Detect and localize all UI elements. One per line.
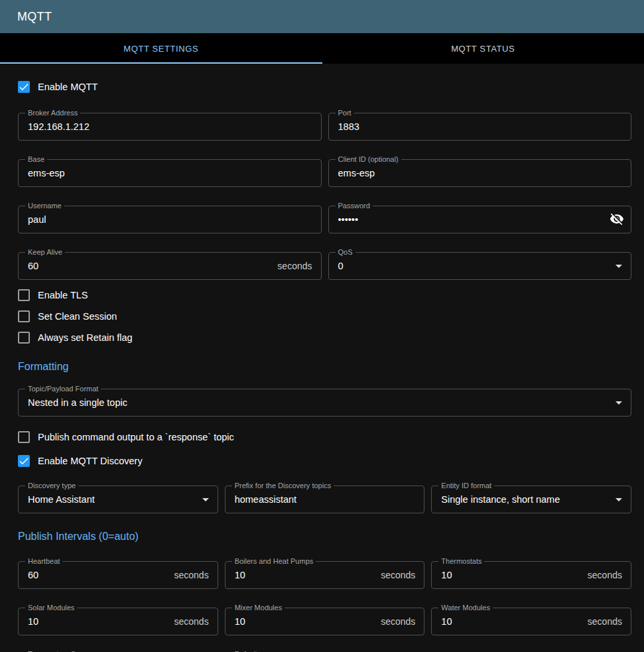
enable-discovery-checkbox[interactable]: Enable MQTT Discovery: [18, 455, 143, 467]
checkbox-label: Set Clean Session: [38, 311, 117, 322]
field-label: Base: [25, 155, 47, 164]
dropdown-arrow-icon: [611, 258, 631, 274]
field-label: Solar Modules: [25, 604, 77, 612]
checkbox-label: Always set Retain flag: [38, 332, 133, 343]
set-clean-session-checkbox[interactable]: Set Clean Session: [18, 310, 117, 322]
field-label: Entity ID format: [438, 482, 494, 490]
water-input[interactable]: [432, 616, 588, 627]
dropdown-arrow-icon: [611, 491, 631, 507]
interval-heartbeat-field[interactable]: Heartbeat seconds: [18, 561, 218, 589]
keep-alive-field[interactable]: Keep Alive seconds: [18, 252, 322, 280]
publish-response-checkbox[interactable]: Publish command output to a `response` t…: [18, 431, 234, 443]
keepalive-qos-row: Keep Alive seconds QoS 0: [18, 252, 631, 280]
password-input[interactable]: [329, 214, 606, 225]
field-label: QoS: [336, 248, 355, 257]
field-label: Password: [336, 202, 373, 210]
keep-alive-input[interactable]: [19, 261, 277, 271]
field-label: Water Modules: [438, 604, 493, 612]
mixer-input[interactable]: [225, 616, 381, 627]
field-label: Mixer Modules: [232, 604, 285, 612]
username-field[interactable]: Username: [18, 206, 322, 233]
field-label: Heartbeat: [25, 557, 62, 566]
checkbox-checked-icon: [18, 455, 30, 467]
field-label: Discovery type: [25, 482, 78, 490]
checkbox-unchecked-icon: [18, 332, 30, 344]
field-label: Client ID (optional): [336, 155, 401, 164]
broker-address-input[interactable]: [19, 121, 321, 132]
app-header: MQTT: [0, 0, 644, 33]
seconds-suffix: seconds: [381, 616, 424, 627]
field-label: Port: [336, 109, 354, 117]
tab-mqtt-settings[interactable]: MQTT SETTINGS: [0, 33, 322, 64]
seconds-suffix: seconds: [277, 261, 320, 271]
discovery-type-selected-value: Home Assistant: [19, 494, 198, 505]
dropdown-arrow-icon: [611, 395, 631, 411]
field-label: Broker Address: [25, 109, 80, 117]
entity-id-format-select[interactable]: Entity ID format Single instance, short …: [431, 486, 631, 513]
interval-solar-field[interactable]: Solar Modules seconds: [18, 608, 218, 635]
thermostats-input[interactable]: [432, 570, 588, 580]
checkbox-checked-icon: [18, 81, 30, 93]
discovery-prefix-field[interactable]: Prefix for the Discovery topics: [225, 486, 425, 513]
mqtt-settings-page: MQTT MQTT SETTINGS MQTT STATUS Enable MQ…: [0, 0, 644, 652]
publish-intervals-heading: Publish Intervals (0=auto): [18, 531, 631, 543]
checkbox-unchecked-icon: [18, 310, 30, 322]
seconds-suffix: seconds: [588, 616, 631, 627]
heartbeat-input[interactable]: [19, 570, 174, 580]
topic-format-select[interactable]: Topic/Payload Format Nested in a single …: [18, 389, 631, 417]
seconds-suffix: seconds: [381, 570, 424, 580]
base-input[interactable]: [19, 168, 321, 178]
client-id-field[interactable]: Client ID (optional): [328, 159, 632, 187]
enable-mqtt-checkbox[interactable]: Enable MQTT: [18, 81, 97, 93]
checkbox-unchecked-icon: [18, 289, 30, 301]
settings-form: Enable MQTT Broker Address Port Base Cli…: [0, 64, 644, 652]
checkbox-label: Enable TLS: [38, 290, 88, 300]
checkbox-label: Enable MQTT Discovery: [38, 456, 143, 466]
discovery-prefix-input[interactable]: [225, 494, 424, 505]
field-label: Topic/Payload Format: [25, 385, 101, 393]
solar-input[interactable]: [19, 616, 174, 627]
base-clientid-row: Base Client ID (optional): [18, 159, 631, 187]
entity-id-format-selected-value: Single instance, short name: [432, 494, 611, 505]
tab-mqtt-status[interactable]: MQTT STATUS: [322, 33, 644, 64]
page-title: MQTT: [17, 10, 52, 24]
field-label: Username: [25, 202, 64, 210]
credentials-row: Username Password: [18, 206, 631, 233]
qos-select[interactable]: QoS 0: [328, 252, 632, 280]
interval-mixer-field[interactable]: Mixer Modules seconds: [225, 608, 425, 635]
port-field[interactable]: Port: [328, 113, 632, 141]
broker-port-row: Broker Address Port: [18, 113, 631, 141]
toggle-password-visibility-button[interactable]: [606, 211, 631, 229]
base-field[interactable]: Base: [18, 159, 322, 187]
interval-thermostats-field[interactable]: Thermostats seconds: [431, 561, 631, 589]
boilers-input[interactable]: [225, 570, 381, 580]
interval-water-field[interactable]: Water Modules seconds: [431, 608, 631, 635]
client-id-input[interactable]: [329, 168, 631, 178]
username-input[interactable]: [19, 214, 321, 225]
topic-format-selected-value: Nested in a single topic: [19, 397, 611, 408]
visibility-off-icon: [610, 212, 624, 228]
qos-selected-value: 0: [329, 261, 612, 271]
field-label: Keep Alive: [25, 248, 65, 257]
field-label: Boilers and Heat Pumps: [232, 557, 316, 566]
interval-boilers-field[interactable]: Boilers and Heat Pumps seconds: [225, 561, 425, 589]
tab-bar: MQTT SETTINGS MQTT STATUS: [0, 33, 644, 64]
option-checkboxes: Enable TLS Set Clean Session Always set …: [18, 289, 631, 344]
formatting-heading: Formatting: [18, 361, 631, 373]
always-retain-checkbox[interactable]: Always set Retain flag: [18, 332, 133, 344]
seconds-suffix: seconds: [174, 616, 218, 627]
discovery-type-select[interactable]: Discovery type Home Assistant: [18, 486, 218, 513]
checkbox-unchecked-icon: [18, 431, 30, 443]
checkbox-label: Publish command output to a `response` t…: [38, 432, 234, 442]
seconds-suffix: seconds: [174, 570, 218, 580]
password-field[interactable]: Password: [328, 206, 632, 233]
dropdown-arrow-icon: [198, 491, 218, 507]
port-input[interactable]: [329, 121, 631, 132]
checkbox-label: Enable MQTT: [38, 82, 97, 92]
intervals-grid: Heartbeat seconds Boilers and Heat Pumps…: [18, 561, 631, 652]
broker-address-field[interactable]: Broker Address: [18, 113, 322, 141]
seconds-suffix: seconds: [588, 570, 631, 580]
enable-tls-checkbox[interactable]: Enable TLS: [18, 289, 88, 301]
discovery-row: Discovery type Home Assistant Prefix for…: [18, 486, 631, 513]
field-label: Prefix for the Discovery topics: [232, 482, 334, 490]
